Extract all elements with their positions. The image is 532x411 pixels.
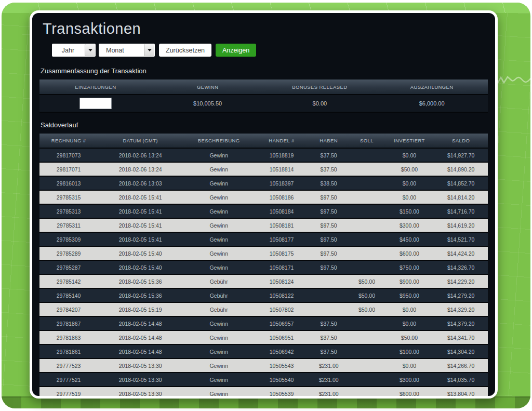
cell-rechnung: 29784207 [39,302,98,316]
summary-header-row: EINZAHLUNGENGEWINNBONUSES RELEASEDAUSZAH… [39,79,488,95]
table-row: 297853112018-02-05 15:41Gewinn10508181$9… [39,218,488,232]
cell-datum: 2018-02-05 13:30 [98,373,183,387]
cell-haben: $231.00 [309,359,349,373]
cell-haben: $97.50 [309,232,349,246]
cell-handel: 10507802 [255,302,309,316]
cell-haben: $97.50 [309,260,349,274]
cell-datum: 2018-02-05 15:19 [98,302,183,316]
cell-soll [349,260,384,274]
summary-value-gewinn: $10,005.50 [152,95,264,112]
year-select[interactable]: Jahr [52,44,96,57]
cell-haben: $231.00 [309,387,349,399]
page: Transaktionen Jahr Monat Zurücksetzen An… [0,0,532,411]
cell-haben: $37.50 [309,162,349,176]
table-row: 297842072018-02-05 15:19Gebühr10507802$5… [39,302,488,316]
cell-saldo: $14,329.20 [434,302,488,316]
cell-haben: $97.50 [309,218,349,232]
cell-rechnung: 29785287 [39,260,98,274]
cell-beschreibung: Gebühr [183,288,255,302]
balance-column-beschreibung: BESCHREIBUNG [183,134,255,148]
cell-beschreibung: Gewinn [183,162,255,176]
cell-rechnung: 29785289 [39,246,98,260]
cell-datum: 2018-02-05 15:41 [98,190,183,204]
cell-haben: $97.50 [309,190,349,204]
cell-rechnung: 29781861 [39,344,98,359]
cell-beschreibung: Gewinn [183,373,255,387]
cell-datum: 2018-02-05 15:36 [98,274,183,288]
table-row: 297818672018-02-05 14:48Gewinn10506957$3… [39,316,488,330]
cell-beschreibung: Gewinn [183,387,255,399]
cell-saldo: $14,266.70 [434,359,488,373]
redacted-value-box [79,98,112,109]
table-row: 297852892018-02-05 15:40Gewinn10508175$9… [39,246,488,260]
table-row: 297818632018-02-05 14:48Gewinn10506951$3… [39,330,488,344]
summary-value-auszahlungen: $6,000.00 [376,95,488,112]
cell-haben: $37.50 [309,344,349,359]
table-row: 297818612018-02-05 14:48Gewinn10506942$3… [39,344,488,359]
cell-investiert: $950.00 [384,288,434,302]
cell-investiert: $0.00 [384,176,434,190]
summary-column-gewinn: GEWINN [152,79,264,95]
cell-investiert: $50.00 [384,162,434,176]
cell-soll [349,176,384,190]
table-row: 297775212018-02-05 13:30Gewinn10505540$2… [39,373,488,387]
cell-saldo: $14,424.20 [434,246,488,260]
balance-header-row: RECHNUNG #DATUM (GMT)BESCHREIBUNGHANDEL … [39,134,488,148]
cell-handel: 10508181 [255,218,309,232]
cell-beschreibung: Gebühr [183,302,255,316]
cell-haben: $231.00 [309,373,349,387]
cell-soll [349,330,384,344]
cell-soll: $50.00 [349,274,384,288]
cell-soll: $50.00 [349,302,384,316]
cell-rechnung: 29817071 [39,162,98,176]
cell-soll [349,246,384,260]
cell-soll [349,218,384,232]
cell-investiert: $900.00 [384,274,434,288]
cell-datum: 2018-02-05 14:48 [98,316,183,330]
cell-handel: 10505540 [255,373,309,387]
balance-column-investiert: INVESTIERT [384,134,434,148]
summary-table: EINZAHLUNGENGEWINNBONUSES RELEASEDAUSZAH… [39,79,488,113]
cell-datum: 2018-02-05 15:41 [98,204,183,218]
cell-rechnung: 29817073 [39,148,98,162]
cell-saldo: $14,890.20 [434,162,488,176]
cell-datum: 2018-02-06 13:03 [98,176,183,190]
cell-rechnung: 29777523 [39,359,98,373]
cell-investiert: $0.00 [384,148,434,162]
cell-investiert: $300.00 [384,373,434,387]
table-row: 297852872018-02-05 15:40Gewinn10508171$9… [39,260,488,274]
chevron-down-icon [85,44,95,56]
cell-soll [349,148,384,162]
reset-button[interactable]: Zurücksetzen [159,44,211,57]
cell-soll [349,162,384,176]
cell-rechnung: 29785315 [39,190,98,204]
cell-rechnung: 29816013 [39,176,98,190]
cell-rechnung: 29777519 [39,387,98,399]
summary-column-einzahlungen: EINZAHLUNGEN [39,79,152,95]
cell-datum: 2018-02-05 15:36 [98,288,183,302]
cell-handel: 10506957 [255,316,309,330]
cell-soll [349,359,384,373]
cell-haben [309,302,349,316]
summary-value-einzahlungen [39,95,152,112]
summary-column-auszahlungen: AUSZAHLUNGEN [376,79,488,95]
cell-handel: 10508184 [255,204,309,218]
balance-column-haben: HABEN [309,134,349,148]
cell-rechnung: 29785311 [39,218,98,232]
page-title: Transaktionen [43,20,488,37]
table-row: 297851422018-02-05 15:36Gebühr10508124$5… [39,274,488,288]
cell-datum: 2018-02-05 15:41 [98,218,183,232]
cell-haben: $37.50 [309,316,349,330]
cell-soll [349,387,384,399]
cell-haben [309,274,349,288]
show-button[interactable]: Anzeigen [216,44,256,57]
cell-soll [349,373,384,387]
summary-section-title: Zusammenfassung der Transaktion [41,67,488,75]
balance-section-title: Saldoverlauf [41,121,488,129]
filter-toolbar: Jahr Monat Zurücksetzen Anzeigen [52,44,488,57]
cell-beschreibung: Gewinn [183,148,255,162]
month-select[interactable]: Monat [99,44,155,57]
cell-saldo: $14,304.20 [434,344,488,359]
cell-datum: 2018-02-05 15:40 [98,260,183,274]
cell-saldo: $14,852.70 [434,176,488,190]
